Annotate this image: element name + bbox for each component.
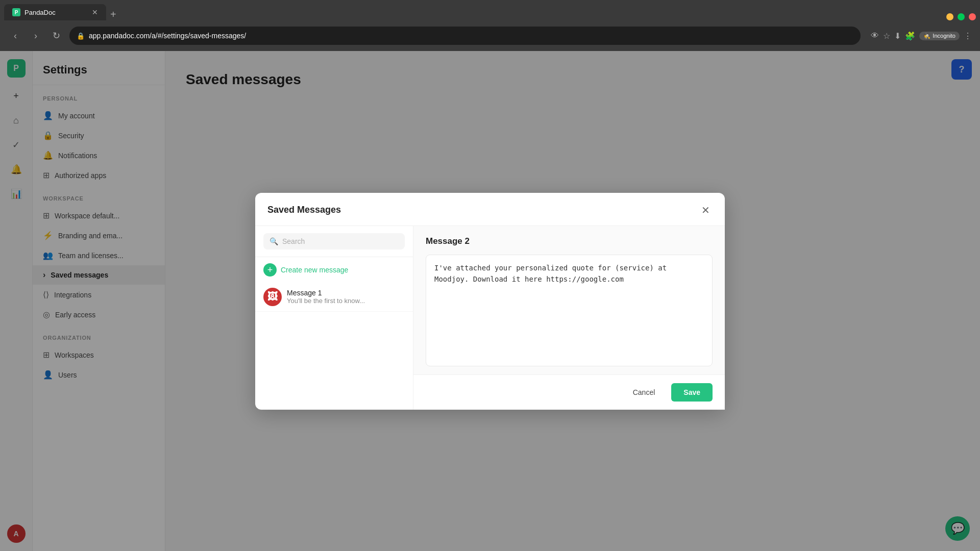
menu-button[interactable]: ⋮ bbox=[964, 31, 972, 41]
maximize-button[interactable]: □ bbox=[958, 13, 965, 20]
active-tab: P PandaDoc ✕ bbox=[4, 4, 106, 20]
saved-messages-dialog: Saved Messages ✕ 🔍 + Create new message bbox=[255, 193, 725, 410]
dialog-actions: Cancel Save bbox=[413, 374, 725, 410]
new-tab-button[interactable]: + bbox=[110, 9, 116, 20]
browser-controls: ‹ › ↻ 🔒 app.pandadoc.com/a/#/settings/sa… bbox=[0, 20, 980, 51]
search-input-wrap[interactable]: 🔍 bbox=[263, 233, 405, 249]
list-item[interactable]: 🖼 Message 1 You'll be the first to know.… bbox=[255, 283, 413, 312]
reload-button[interactable]: ↻ bbox=[49, 29, 63, 43]
selected-message-title: Message 2 bbox=[413, 226, 725, 255]
create-new-label: Create new message bbox=[281, 266, 348, 274]
minimize-button[interactable]: – bbox=[946, 13, 953, 20]
message-edit-panel: Message 2 I've attached your personalize… bbox=[413, 226, 725, 410]
browser-chrome: P PandaDoc ✕ + – □ ✕ ‹ › ↻ 🔒 app.pandado… bbox=[0, 0, 980, 51]
tab-close-button[interactable]: ✕ bbox=[92, 8, 98, 16]
download-icon[interactable]: ⬇ bbox=[894, 31, 901, 41]
tracking-protection-icon: 👁 bbox=[871, 31, 879, 40]
create-new-message-button[interactable]: + Create new message bbox=[255, 257, 413, 283]
close-button[interactable]: ✕ bbox=[969, 13, 976, 20]
dialog-overlay: Saved Messages ✕ 🔍 + Create new message bbox=[0, 51, 980, 551]
url-text: app.pandadoc.com/a/#/settings/saved-mess… bbox=[89, 32, 853, 40]
search-icon: 🔍 bbox=[270, 237, 278, 245]
cancel-button[interactable]: Cancel bbox=[623, 383, 666, 402]
incognito-label: Incognito bbox=[933, 33, 955, 39]
dialog-body: 🔍 + Create new message 🖼 Message 1 You bbox=[255, 226, 725, 410]
search-bar: 🔍 bbox=[255, 226, 413, 257]
bookmark-icon[interactable]: ☆ bbox=[883, 31, 890, 41]
create-new-icon: + bbox=[263, 263, 277, 277]
search-input[interactable] bbox=[282, 237, 399, 245]
extensions-icon[interactable]: 🧩 bbox=[905, 31, 915, 41]
lock-icon: 🔒 bbox=[77, 32, 85, 40]
browser-actions: 👁 ☆ ⬇ 🧩 🕵 Incognito ⋮ bbox=[871, 31, 972, 41]
message-list-panel: 🔍 + Create new message 🖼 Message 1 You bbox=[255, 226, 413, 410]
message-info: Message 1 You'll be the first to know... bbox=[287, 289, 365, 305]
browser-tabs: P PandaDoc ✕ + – □ ✕ bbox=[0, 0, 980, 20]
incognito-badge: 🕵 Incognito bbox=[919, 32, 960, 40]
save-button[interactable]: Save bbox=[671, 383, 713, 402]
incognito-icon: 🕵 bbox=[923, 33, 930, 39]
dialog-close-button[interactable]: ✕ bbox=[698, 203, 713, 217]
dialog-header: Saved Messages ✕ bbox=[255, 193, 725, 226]
message-name: Message 1 bbox=[287, 289, 365, 297]
tab-label: PandaDoc bbox=[24, 9, 56, 16]
dialog-title: Saved Messages bbox=[267, 205, 341, 215]
tab-favicon: P bbox=[12, 8, 20, 16]
address-bar[interactable]: 🔒 app.pandadoc.com/a/#/settings/saved-me… bbox=[69, 27, 861, 45]
avatar: 🖼 bbox=[263, 288, 282, 306]
forward-button[interactable]: › bbox=[29, 29, 43, 43]
message-body-textarea[interactable]: I've attached your personalized quote fo… bbox=[426, 255, 713, 366]
message-preview: You'll be the first to know... bbox=[287, 297, 365, 305]
back-button[interactable]: ‹ bbox=[8, 29, 22, 43]
